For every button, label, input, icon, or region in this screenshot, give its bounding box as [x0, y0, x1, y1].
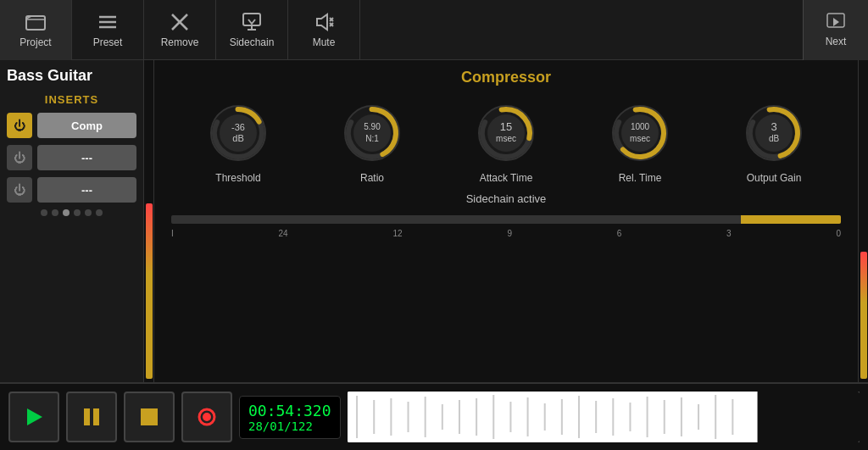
level-meter-left [144, 60, 154, 382]
knob-attack: 15 msec Attack Time [472, 99, 540, 184]
ruler-mark-4: 6 [617, 229, 622, 238]
attack-label: Attack Time [480, 172, 533, 184]
time-sub: 28/01/122 [248, 419, 331, 433]
next-icon [826, 12, 846, 32]
insert-power-2[interactable]: ⏻ [7, 177, 32, 203]
insert-row-2: ⏻ --- [7, 177, 136, 203]
toolbar-project[interactable]: Project [0, 0, 72, 60]
ruler-mark-1: 24 [279, 229, 288, 238]
svg-marker-32 [27, 408, 42, 425]
ruler-mark-3: 9 [507, 229, 512, 238]
insert-power-0[interactable]: ⏻ [7, 113, 32, 138]
transport-bar: 00:54:320 28/01/122 [0, 382, 868, 450]
next-label: Next [826, 36, 847, 47]
svg-rect-55 [629, 403, 631, 431]
insert-name-0[interactable]: Comp [37, 113, 136, 138]
timeline-track[interactable] [171, 215, 841, 224]
svg-point-17 [353, 114, 391, 152]
svg-text:N:1: N:1 [365, 134, 379, 143]
ruler-mark-0: I [171, 229, 174, 238]
attack-knob-svg: 15 msec [472, 99, 540, 167]
knob-ratio: 5.90 N:1 Ratio [338, 99, 406, 184]
dots-row [7, 209, 136, 216]
toolbar-preset[interactable]: Preset [72, 0, 144, 60]
timeline-ruler-container: I 24 12 9 6 3 0 [171, 212, 841, 240]
sidechain-status: Sidechain active [171, 192, 841, 205]
svg-rect-0 [26, 16, 45, 30]
next-button[interactable]: Next [803, 0, 868, 60]
toolbar-mute-label: Mute [313, 36, 336, 48]
svg-rect-62 [757, 392, 860, 442]
knob-threshold-control[interactable]: -36 dB [204, 99, 272, 167]
ratio-label: Ratio [360, 172, 384, 184]
svg-rect-47 [492, 395, 494, 439]
svg-rect-43 [424, 397, 426, 437]
knob-threshold: -36 dB Threshold [204, 99, 272, 184]
knob-output: 3 dB Output Gain [740, 99, 808, 184]
dot-3 [74, 209, 81, 216]
pause-icon [80, 405, 103, 429]
svg-rect-35 [141, 408, 158, 425]
knob-release: 1000 msec Rel. Time [606, 99, 674, 184]
svg-point-37 [203, 413, 211, 421]
time-display: 00:54:320 28/01/122 [239, 396, 341, 439]
svg-rect-42 [407, 402, 409, 432]
ratio-knob-svg: 5.90 N:1 [338, 99, 406, 167]
insert-row-1: ⏻ --- [7, 145, 136, 170]
svg-rect-40 [373, 400, 375, 434]
ruler-mark-5: 3 [726, 229, 732, 238]
play-button[interactable] [8, 392, 59, 442]
insert-name-1[interactable]: --- [37, 145, 136, 170]
dot-4 [85, 209, 92, 216]
ruler-mark-2: 12 [392, 229, 402, 238]
dot-2 [63, 209, 70, 216]
svg-text:3: 3 [771, 120, 776, 133]
stop-button[interactable] [124, 392, 175, 442]
waveform-display[interactable] [348, 392, 860, 442]
ruler-marks-row: I 24 12 9 6 3 0 [171, 227, 841, 240]
svg-text:1000: 1000 [631, 122, 650, 131]
compressor-area: Compressor -36 dB Threshold [154, 60, 858, 382]
meter-bar-right [860, 252, 867, 379]
svg-rect-59 [698, 404, 699, 430]
insert-name-2[interactable]: --- [37, 177, 136, 203]
toolbar-sidechain[interactable]: Sidechain [216, 0, 288, 60]
project-icon [25, 11, 47, 33]
stop-icon [137, 405, 161, 429]
insert-power-1[interactable]: ⏻ [7, 145, 32, 170]
output-label: Output Gain [747, 172, 802, 184]
svg-rect-33 [84, 408, 90, 425]
toolbar-remove-label: Remove [161, 36, 199, 48]
toolbar-remove[interactable]: Remove [144, 0, 216, 60]
svg-text:15: 15 [500, 120, 512, 133]
svg-rect-53 [595, 401, 597, 433]
record-button[interactable] [181, 392, 232, 442]
track-title: Bass Guitar [7, 67, 136, 85]
knob-output-control[interactable]: 3 dB [740, 99, 808, 167]
svg-rect-58 [680, 397, 682, 436]
svg-rect-46 [476, 398, 477, 436]
sidechain-icon [241, 11, 263, 33]
svg-rect-54 [612, 398, 614, 436]
record-icon [195, 405, 219, 429]
play-icon [22, 405, 46, 429]
dot-5 [96, 209, 103, 216]
knobs-row: -36 dB Threshold 5.90 N:1 [171, 99, 841, 184]
knob-ratio-control[interactable]: 5.90 N:1 [338, 99, 406, 167]
output-knob-svg: 3 dB [740, 99, 808, 167]
threshold-knob-svg: -36 dB [204, 99, 272, 167]
svg-text:dB: dB [232, 133, 243, 143]
dot-0 [41, 209, 47, 216]
svg-rect-57 [663, 400, 665, 434]
preset-icon [97, 11, 119, 33]
main-area: Bass Guitar INSERTS ⏻ Comp ⏻ --- ⏻ --- C… [0, 60, 868, 382]
knob-attack-control[interactable]: 15 msec [472, 99, 540, 167]
svg-rect-52 [578, 396, 580, 438]
svg-text:dB: dB [769, 134, 780, 143]
knob-release-control[interactable]: 1000 msec [606, 99, 674, 167]
svg-rect-48 [509, 402, 511, 432]
toolbar-mute[interactable]: Mute [288, 0, 360, 60]
svg-point-25 [621, 114, 659, 152]
pause-button[interactable] [66, 392, 117, 442]
svg-rect-61 [732, 399, 733, 435]
